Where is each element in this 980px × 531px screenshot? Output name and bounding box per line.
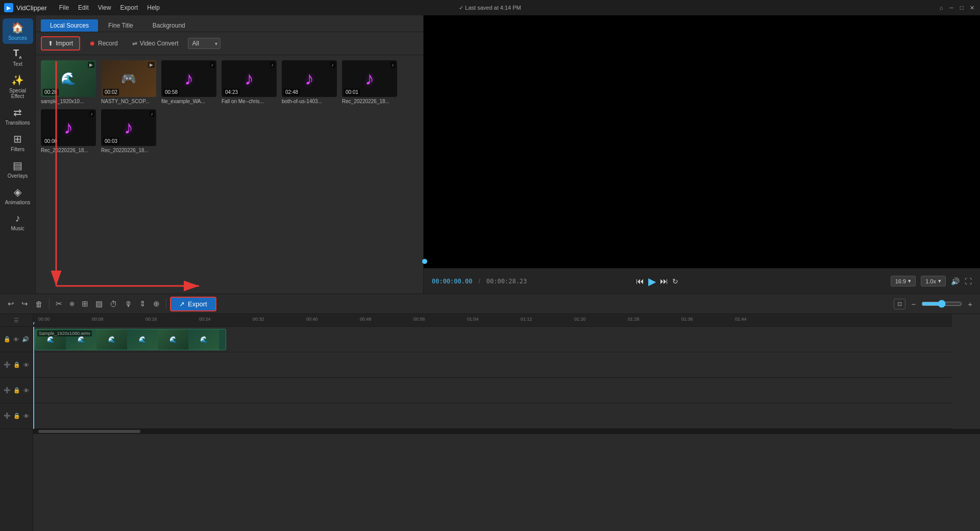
- record-button[interactable]: ⏺ Record: [84, 37, 123, 50]
- menu-export[interactable]: Export: [116, 3, 142, 12]
- redo-button[interactable]: ↪: [19, 297, 31, 310]
- timeline-right-controls: ⊡ − +: [894, 298, 975, 310]
- sidebar-item-special-effect[interactable]: ✨ Special Effect: [3, 71, 33, 102]
- volume-icon[interactable]: 🔊: [951, 277, 960, 285]
- time-total: 00:00:28.23: [486, 278, 527, 285]
- timeline-scrollbar[interactable]: [33, 429, 980, 434]
- media-type-icon: ▶: [148, 62, 155, 68]
- fullscreen-icon[interactable]: ⛶: [965, 277, 972, 285]
- chevron-down-icon2: ▾: [938, 278, 941, 284]
- track2-eye-icon[interactable]: 👁: [23, 362, 29, 368]
- track1-eye-icon[interactable]: 👁: [13, 336, 19, 343]
- delete-button[interactable]: 🗑: [33, 298, 45, 310]
- video-convert-button[interactable]: ⇌ Video Convert: [127, 37, 184, 50]
- media-name: sample_1920x10...: [41, 99, 96, 104]
- zoom-in-button[interactable]: +: [965, 298, 975, 310]
- minimize-btn[interactable]: ─: [947, 4, 955, 12]
- sidebar-item-transitions[interactable]: ⇄ Transitions: [3, 103, 33, 129]
- sidebar-item-text[interactable]: TA Text: [3, 45, 33, 70]
- zoom-out-button[interactable]: −: [909, 298, 918, 310]
- track-header-1: 🔒 👁 🔊: [0, 327, 33, 352]
- sidebar-item-sources[interactable]: 🏠 Sources: [3, 18, 33, 44]
- media-thumb: ♪ 00:01 ♪: [342, 60, 397, 97]
- crop-button[interactable]: ⊞: [79, 297, 91, 310]
- step-back-button[interactable]: ⏮: [636, 277, 644, 286]
- media-type-icon: ♪: [270, 62, 276, 68]
- fit-button[interactable]: ⊡: [894, 299, 905, 309]
- detach-button[interactable]: ⊗: [67, 298, 77, 309]
- timeline-content: 🌊 🌊 🌊 🌊 🌊 🌊 Sample_1920x1080.wmv: [33, 327, 952, 429]
- record-tl-button[interactable]: 🎙: [122, 298, 135, 310]
- undo-button[interactable]: ↩: [5, 297, 17, 310]
- sidebar-label-sources: Sources: [8, 35, 27, 41]
- zoom-slider[interactable]: [921, 300, 962, 308]
- media-duration: 00:01: [344, 89, 360, 95]
- sidebar-item-filters[interactable]: ⊞ Filters: [3, 130, 33, 155]
- video-clip[interactable]: 🌊 🌊 🌊 🌊 🌊 🌊 Sample_1920x1080.wmv: [35, 329, 226, 350]
- list-item[interactable]: ♪ 04:23 ♪ Fall on Me--chris...: [222, 60, 277, 104]
- speed-tl-button[interactable]: ⏱: [107, 298, 120, 310]
- media-thumb: 🌊 00:28 ▶: [41, 60, 96, 97]
- media-thumb: ♪ 00:58 ♪: [161, 60, 216, 97]
- titlebar-left: ▶ VidClipper File Edit View Export Help: [4, 3, 164, 12]
- import-button[interactable]: ⬆ Import: [41, 36, 80, 51]
- filter-select[interactable]: All Video Audio Image: [188, 38, 220, 49]
- track1-lock-icon[interactable]: 🔒: [4, 336, 11, 343]
- menu-edit[interactable]: Edit: [74, 3, 93, 12]
- transform-button[interactable]: ⇕: [137, 297, 149, 310]
- media-thumb: ♪ 04:23 ♪: [222, 60, 277, 97]
- cut-button[interactable]: ✂: [53, 297, 65, 310]
- sidebar-item-animations[interactable]: ◈ Animations: [3, 183, 33, 208]
- home-btn[interactable]: ⌂: [937, 4, 945, 12]
- close-btn[interactable]: ✕: [968, 4, 976, 12]
- app-logo: ▶: [4, 3, 13, 12]
- list-item[interactable]: ♪ 02:48 ♪ both-of-us-1403...: [282, 60, 337, 104]
- menu-icon[interactable]: ☰: [14, 317, 19, 324]
- timeline-scroll-area[interactable]: 00:00 00:08 00:16 00:24 00:32 00:40 00:4…: [33, 314, 980, 531]
- track3-add-icon[interactable]: ➕: [4, 387, 11, 394]
- menu-view[interactable]: View: [94, 3, 115, 12]
- add-button[interactable]: ⊕: [151, 297, 162, 310]
- track3-lock-icon[interactable]: 🔒: [13, 387, 20, 394]
- playhead-dot: [422, 259, 427, 264]
- ruler-spacer: ☰: [0, 314, 33, 327]
- speed-button[interactable]: 1.0x ▾: [921, 276, 946, 286]
- list-item[interactable]: ♪ 00:03 ♪ Rec_20220226_18...: [101, 109, 156, 153]
- tab-background[interactable]: Background: [143, 19, 194, 32]
- track-row-1: 🌊 🌊 🌊 🌊 🌊 🌊 Sample_1920x1080.wmv: [33, 327, 952, 352]
- list-item[interactable]: ♪ 00:00 ♪ Rec_20220226_18...: [41, 109, 96, 153]
- list-item[interactable]: ♪ 00:58 ♪ file_example_WA...: [161, 60, 216, 104]
- step-forward-button[interactable]: ⏭: [660, 277, 668, 286]
- bottom-section: ↩ ↪ 🗑 ✂ ⊗ ⊞ ▨ ⏱ 🎙 ⇕ ⊕ ↗ Export ⊡ − +: [0, 294, 980, 531]
- tab-fine-title[interactable]: Fine Title: [99, 19, 142, 32]
- sidebar-item-music[interactable]: ♪ Music: [3, 209, 33, 234]
- loop-button[interactable]: ↻: [672, 277, 678, 285]
- preview-area: 00:00:00.00 / 00:00:28.23 ⏮ ▶ ⏭ ↻ 16:9 ▾…: [424, 15, 980, 294]
- scrollbar-thumb[interactable]: [38, 430, 140, 433]
- track2-add-icon[interactable]: ➕: [4, 361, 11, 368]
- track4-lock-icon[interactable]: 🔒: [13, 413, 20, 419]
- list-item[interactable]: 🌊 00:28 ▶ sample_1920x10...: [41, 60, 96, 104]
- save-status: ✓ Last saved at 4:14 PM: [459, 5, 521, 11]
- track4-add-icon[interactable]: ➕: [4, 413, 11, 419]
- export-button[interactable]: ↗ Export: [170, 297, 216, 311]
- ruler-tick: 01:04: [467, 317, 479, 322]
- list-item[interactable]: 🎮 00:02 ▶ NASTY_NO_SCOP...: [101, 60, 156, 104]
- menu-help[interactable]: Help: [143, 3, 164, 12]
- track3-eye-icon[interactable]: 👁: [23, 388, 29, 394]
- maximize-btn[interactable]: □: [958, 4, 966, 12]
- split-button[interactable]: ▨: [93, 297, 105, 310]
- ruler-tick: 01:36: [681, 317, 693, 322]
- track-header-3: ➕ 🔒 👁: [0, 378, 33, 403]
- track2-lock-icon[interactable]: 🔒: [13, 361, 20, 368]
- track4-eye-icon[interactable]: 👁: [23, 413, 29, 419]
- track1-vol-icon: 🔊: [22, 336, 29, 343]
- tab-local-sources[interactable]: Local Sources: [41, 19, 98, 32]
- aspect-ratio-button[interactable]: 16:9 ▾: [891, 276, 916, 286]
- menu-file[interactable]: File: [55, 3, 73, 12]
- ruler-tick: 00:00: [38, 317, 50, 322]
- list-item[interactable]: ♪ 00:01 ♪ Rec_20220226_18...: [342, 60, 397, 104]
- play-button[interactable]: ▶: [648, 275, 656, 287]
- media-name: file_example_WA...: [161, 99, 216, 104]
- sidebar-item-overlays[interactable]: ▤ Overlays: [3, 156, 33, 182]
